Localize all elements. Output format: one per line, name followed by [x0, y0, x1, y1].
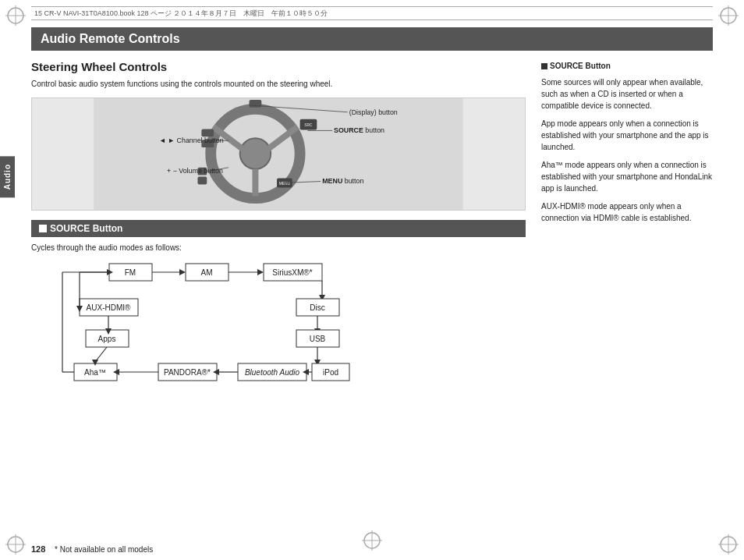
- svg-text:USB: USB: [310, 335, 326, 343]
- bottom-crosshair: [360, 529, 384, 554]
- steering-wheel-svg: SRC MENU (Display) button: [32, 98, 525, 210]
- svg-text:iPod: iPod: [323, 368, 338, 377]
- source-section-icon: [39, 225, 47, 232]
- footnote-text: * Not available on all models: [55, 545, 153, 554]
- svg-text:SRC: SRC: [304, 123, 313, 127]
- svg-rect-18: [201, 129, 214, 136]
- top-bar: 15 CR-V NAVI-31T0A8100.book 128 ページ ２０１４…: [31, 6, 713, 20]
- source-section-title: SOURCE Button: [50, 223, 122, 234]
- flow-diagram: FM AM SiriusXM®*: [31, 260, 429, 396]
- right-para-4: AUX-HDMI® mode appears only when a conne…: [541, 200, 713, 224]
- svg-text:Apps: Apps: [98, 335, 116, 343]
- footnote: * Not available on all models: [55, 545, 153, 554]
- svg-text:SOURCE button: SOURCE button: [334, 126, 384, 134]
- corner-mark-tl: [4, 4, 27, 27]
- right-para-1-text: Some sources will only appear when avail…: [541, 78, 703, 110]
- section-description: Control basic audio system functions usi…: [31, 78, 526, 90]
- page-number-text: 128: [31, 544, 45, 554]
- right-para-3-text: Aha™ mode appears only when a connection…: [541, 161, 712, 193]
- svg-text:+ − Volume button: + − Volume button: [167, 167, 223, 175]
- svg-rect-26: [250, 100, 262, 108]
- corner-mark-tr: [717, 4, 740, 27]
- right-source-btn-label: SOURCE Button: [550, 60, 611, 72]
- section-title: Steering Wheel Controls: [31, 60, 526, 73]
- svg-text:SiriusXM®*: SiriusXM®*: [272, 268, 312, 277]
- svg-text:PANDORA®*: PANDORA®*: [164, 368, 211, 377]
- svg-text:FM: FM: [125, 268, 136, 277]
- svg-text:(Display) button: (Display) button: [349, 108, 398, 116]
- two-column-layout: Steering Wheel Controls Control basic au…: [31, 60, 713, 396]
- right-para-1: Some sources will only appear when avail…: [541, 76, 713, 112]
- page-number: 128: [31, 544, 45, 554]
- page-title: Audio Remote Controls: [41, 32, 180, 45]
- svg-text:AM: AM: [201, 268, 213, 277]
- top-bar-text: 15 CR-V NAVI-31T0A8100.book 128 ページ ２０１４…: [34, 9, 328, 19]
- svg-text:Aha™: Aha™: [84, 368, 106, 377]
- svg-text:Bluetooth Audio: Bluetooth Audio: [245, 368, 300, 377]
- svg-rect-25: [197, 177, 207, 185]
- left-column: Steering Wheel Controls Control basic au…: [31, 60, 526, 396]
- main-content: Audio Remote Controls Steering Wheel Con…: [31, 27, 713, 533]
- svg-text:◄ ► Channel button: ◄ ► Channel button: [159, 136, 224, 144]
- cycles-text-content: Cycles through the audio modes as follow…: [31, 243, 182, 252]
- section-title-text: Steering Wheel Controls: [31, 60, 167, 73]
- svg-marker-44: [257, 269, 264, 275]
- right-column: SOURCE Button Some sources will only app…: [541, 60, 713, 396]
- steering-wheel-diagram: SRC MENU (Display) button: [31, 97, 526, 211]
- svg-text:AUX-HDMI®: AUX-HDMI®: [87, 303, 131, 312]
- section-desc-text: Control basic audio system functions usi…: [31, 80, 332, 88]
- flow-diagram-svg: FM AM SiriusXM®*: [31, 260, 429, 396]
- right-source-btn-title: SOURCE Button: [541, 60, 713, 72]
- svg-point-14: [240, 138, 271, 168]
- corner-mark-br: [717, 533, 740, 556]
- audio-tab: Audio: [0, 156, 15, 197]
- right-para-4-text: AUX-HDMI® mode appears only when a conne…: [541, 202, 691, 222]
- right-para-2: App mode appears only when a connection …: [541, 118, 713, 153]
- right-para-3: Aha™ mode appears only when a connection…: [541, 159, 713, 194]
- audio-tab-label: Audio: [3, 164, 12, 190]
- right-source-icon: [541, 63, 547, 69]
- svg-text:MENU button: MENU button: [322, 177, 363, 185]
- corner-mark-bl: [4, 533, 27, 556]
- svg-marker-40: [179, 269, 186, 275]
- source-section-header: SOURCE Button: [31, 220, 526, 237]
- right-para-2-text: App mode appears only when a connection …: [541, 119, 709, 151]
- cycles-text: Cycles through the audio modes as follow…: [31, 243, 526, 252]
- svg-text:Disc: Disc: [310, 303, 324, 312]
- page-header-bar: Audio Remote Controls: [31, 27, 713, 51]
